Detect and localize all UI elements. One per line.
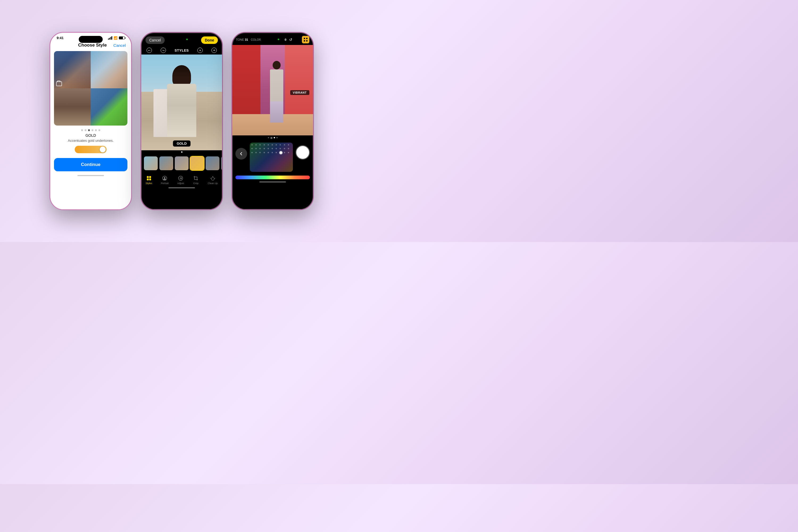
navigation-button[interactable]: ⊕ bbox=[197, 48, 203, 53]
dots-row-3 bbox=[232, 135, 313, 140]
filter-thumb-6[interactable] bbox=[221, 156, 222, 170]
p-dot bbox=[284, 148, 285, 149]
style-name: GOLD bbox=[50, 133, 131, 137]
nav-portrait[interactable]: Portrait bbox=[161, 175, 169, 185]
p-dot bbox=[259, 152, 261, 153]
svg-rect-2 bbox=[147, 176, 149, 178]
p-dot bbox=[280, 144, 281, 146]
dot3-4[interactable] bbox=[277, 137, 278, 138]
dynamic-island-1 bbox=[79, 36, 103, 43]
back-button-3[interactable] bbox=[235, 148, 247, 159]
time-display: 9:41 bbox=[57, 36, 63, 40]
dot-3-active[interactable] bbox=[88, 129, 90, 131]
bottom-nav-2: Styles Portrait bbox=[141, 173, 222, 186]
dynamic-island-2 bbox=[170, 36, 194, 43]
color-gradient-bar[interactable] bbox=[235, 175, 310, 179]
portrait-icon bbox=[162, 175, 168, 182]
toolbar-2: ↩ ↪ STYLES ⊕ ••• bbox=[141, 46, 222, 55]
cancel-button-2[interactable]: Cancel bbox=[146, 36, 165, 44]
p-dot bbox=[255, 144, 257, 146]
dot-4[interactable] bbox=[92, 129, 93, 131]
undo-button[interactable]: ↩ bbox=[147, 48, 152, 53]
p-dot bbox=[255, 152, 257, 153]
filter-thumb-3[interactable] bbox=[175, 156, 189, 170]
grid-cell-bl[interactable] bbox=[54, 88, 91, 126]
filter-strip-indicator bbox=[181, 151, 183, 153]
p-dot bbox=[264, 144, 265, 146]
filter-thumb-5[interactable] bbox=[206, 156, 220, 170]
nav-styles[interactable]: Styles bbox=[146, 175, 152, 185]
styles-icon bbox=[146, 175, 152, 182]
header-1: Choose Style Cancel bbox=[50, 41, 131, 51]
p-dot bbox=[251, 152, 253, 153]
nav-adjust[interactable]: Adjust bbox=[177, 175, 184, 185]
p-dot bbox=[264, 148, 265, 149]
nav-label-portrait: Portrait bbox=[161, 182, 169, 185]
redo-button[interactable]: ↪ bbox=[161, 48, 166, 53]
tone-value: 31 bbox=[245, 38, 248, 41]
phones-container: 9:41 📶 Choose Style Cancel bbox=[50, 32, 314, 210]
dot-5[interactable] bbox=[95, 129, 97, 131]
p-dot bbox=[271, 152, 273, 153]
filter-thumb-1[interactable] bbox=[144, 156, 158, 170]
phone-2: Cancel Done ↩ ↪ STYLES ⊕ ••• bbox=[140, 32, 223, 210]
cleanup-icon bbox=[210, 175, 216, 182]
reset-button[interactable]: ↺ bbox=[289, 38, 292, 42]
svg-rect-12 bbox=[306, 40, 307, 41]
camera-indicator bbox=[186, 39, 188, 40]
photo-area-2: GOLD bbox=[141, 55, 222, 150]
dot-2[interactable] bbox=[84, 129, 87, 131]
nav-cleanup[interactable]: Clean Up bbox=[208, 175, 218, 185]
nav-crop[interactable]: Crop bbox=[193, 175, 199, 185]
p-dot bbox=[268, 152, 269, 153]
svg-rect-4 bbox=[147, 178, 149, 180]
bottom-panel-3 bbox=[232, 140, 313, 174]
body-3 bbox=[270, 70, 283, 101]
p-dot bbox=[264, 152, 265, 153]
more-button[interactable]: ••• bbox=[211, 48, 217, 53]
color-swatch[interactable] bbox=[296, 145, 310, 159]
dynamic-island-3 bbox=[261, 36, 285, 43]
page-title: Choose Style bbox=[78, 42, 107, 48]
svg-rect-3 bbox=[149, 176, 151, 178]
svg-rect-11 bbox=[304, 40, 305, 41]
head-3 bbox=[273, 61, 281, 70]
grid-toggle-button[interactable] bbox=[302, 36, 309, 43]
dot-6[interactable] bbox=[98, 129, 100, 131]
skirt-3 bbox=[270, 101, 283, 122]
dot3-1[interactable] bbox=[268, 137, 269, 138]
p-dot bbox=[284, 144, 285, 146]
grid-cell-tr[interactable] bbox=[91, 51, 128, 88]
continue-button[interactable]: Continue bbox=[54, 158, 128, 171]
slider-thumb[interactable] bbox=[100, 147, 106, 152]
style-intensity-slider[interactable] bbox=[50, 146, 131, 153]
p-dot bbox=[288, 152, 289, 153]
svg-rect-9 bbox=[304, 38, 305, 39]
svg-point-7 bbox=[164, 177, 166, 178]
p-dot bbox=[284, 152, 285, 153]
style-description: Accentuates gold undertones. bbox=[50, 138, 131, 142]
tone-param: TONE 31 bbox=[236, 38, 248, 41]
home-bar-3 bbox=[259, 182, 286, 183]
page-indicator-dots bbox=[50, 129, 131, 131]
p-dot bbox=[251, 144, 253, 146]
p-dot bbox=[288, 144, 289, 146]
grid-cell-br[interactable] bbox=[91, 88, 128, 126]
photo-area-3: VIBRANT bbox=[232, 45, 313, 135]
cancel-button[interactable]: Cancel bbox=[113, 43, 126, 48]
p-dot bbox=[259, 144, 261, 146]
photo-label-2: GOLD bbox=[173, 140, 190, 147]
home-bar-2 bbox=[168, 187, 195, 188]
svg-rect-10 bbox=[306, 38, 307, 39]
filter-thumb-4-active[interactable] bbox=[190, 156, 204, 170]
filter-thumb-2[interactable] bbox=[159, 156, 173, 170]
dot-1[interactable] bbox=[81, 129, 83, 131]
palette-dots-grid bbox=[250, 142, 293, 172]
color-palette[interactable] bbox=[250, 142, 293, 172]
dot3-3-active[interactable] bbox=[274, 137, 275, 138]
dot3-2[interactable] bbox=[270, 137, 272, 139]
done-button[interactable]: Done bbox=[201, 36, 218, 44]
grid-cell-tl[interactable] bbox=[54, 51, 91, 88]
signal-icon bbox=[108, 36, 113, 40]
camera-dot-3 bbox=[278, 39, 279, 40]
